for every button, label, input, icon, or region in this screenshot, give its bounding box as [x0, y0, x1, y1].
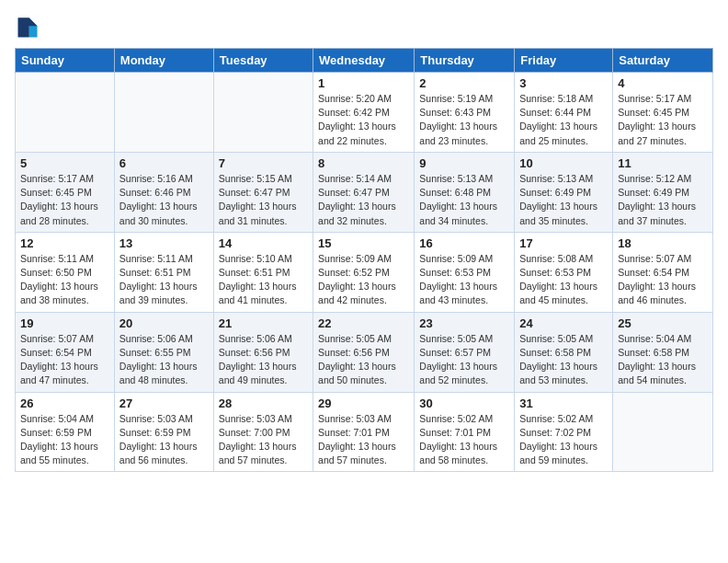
- calendar-cell: 14Sunrise: 5:10 AM Sunset: 6:51 PM Dayli…: [213, 232, 313, 312]
- calendar-cell: 27Sunrise: 5:03 AM Sunset: 6:59 PM Dayli…: [114, 392, 213, 472]
- day-number: 25: [618, 316, 708, 330]
- calendar-cell: 26Sunrise: 5:04 AM Sunset: 6:59 PM Dayli…: [16, 392, 115, 472]
- day-number: 12: [20, 236, 109, 250]
- header: [15, 15, 713, 40]
- calendar-cell: [16, 73, 115, 153]
- day-number: 1: [318, 76, 409, 90]
- calendar-cell: 1Sunrise: 5:20 AM Sunset: 6:42 PM Daylig…: [313, 73, 415, 153]
- day-info: Sunrise: 5:11 AM Sunset: 6:51 PM Dayligh…: [119, 252, 209, 308]
- calendar-header-monday: Monday: [114, 49, 213, 73]
- day-info: Sunrise: 5:16 AM Sunset: 6:46 PM Dayligh…: [119, 172, 209, 228]
- day-number: 16: [419, 236, 509, 250]
- day-number: 9: [419, 156, 509, 170]
- day-number: 27: [119, 396, 209, 410]
- calendar-header-row: SundayMondayTuesdayWednesdayThursdayFrid…: [16, 49, 713, 73]
- calendar-header-tuesday: Tuesday: [213, 49, 313, 73]
- day-info: Sunrise: 5:03 AM Sunset: 6:59 PM Dayligh…: [119, 412, 209, 468]
- day-number: 18: [618, 236, 708, 250]
- calendar-cell: 24Sunrise: 5:05 AM Sunset: 6:58 PM Dayli…: [515, 312, 613, 392]
- day-info: Sunrise: 5:17 AM Sunset: 6:45 PM Dayligh…: [618, 92, 708, 148]
- day-number: 21: [219, 316, 308, 330]
- day-info: Sunrise: 5:08 AM Sunset: 6:53 PM Dayligh…: [519, 252, 608, 308]
- day-number: 5: [20, 156, 109, 170]
- calendar-cell: 31Sunrise: 5:02 AM Sunset: 7:02 PM Dayli…: [515, 392, 613, 472]
- day-info: Sunrise: 5:15 AM Sunset: 6:47 PM Dayligh…: [219, 172, 308, 228]
- day-info: Sunrise: 5:13 AM Sunset: 6:48 PM Dayligh…: [419, 172, 509, 228]
- calendar-cell: 29Sunrise: 5:03 AM Sunset: 7:01 PM Dayli…: [313, 392, 415, 472]
- calendar-header-wednesday: Wednesday: [313, 49, 415, 73]
- calendar-header-friday: Friday: [515, 49, 613, 73]
- calendar-cell: 15Sunrise: 5:09 AM Sunset: 6:52 PM Dayli…: [313, 232, 415, 312]
- day-number: 15: [318, 236, 409, 250]
- day-number: 3: [519, 76, 608, 90]
- day-info: Sunrise: 5:09 AM Sunset: 6:52 PM Dayligh…: [318, 252, 409, 308]
- logo-icon: [15, 15, 40, 40]
- day-info: Sunrise: 5:18 AM Sunset: 6:44 PM Dayligh…: [519, 92, 608, 148]
- calendar-cell: 19Sunrise: 5:07 AM Sunset: 6:54 PM Dayli…: [16, 312, 115, 392]
- day-info: Sunrise: 5:02 AM Sunset: 7:02 PM Dayligh…: [519, 412, 608, 468]
- calendar-cell: 16Sunrise: 5:09 AM Sunset: 6:53 PM Dayli…: [415, 232, 515, 312]
- calendar-cell: 9Sunrise: 5:13 AM Sunset: 6:48 PM Daylig…: [415, 152, 515, 232]
- day-number: 30: [419, 396, 509, 410]
- day-info: Sunrise: 5:06 AM Sunset: 6:56 PM Dayligh…: [219, 332, 308, 388]
- calendar-header-saturday: Saturday: [613, 49, 713, 73]
- day-number: 19: [20, 316, 109, 330]
- calendar-week-4: 26Sunrise: 5:04 AM Sunset: 6:59 PM Dayli…: [16, 392, 713, 472]
- day-number: 31: [519, 396, 608, 410]
- calendar-cell: 23Sunrise: 5:05 AM Sunset: 6:57 PM Dayli…: [415, 312, 515, 392]
- day-number: 7: [219, 156, 308, 170]
- calendar-cell: 17Sunrise: 5:08 AM Sunset: 6:53 PM Dayli…: [515, 232, 613, 312]
- calendar-cell: [213, 73, 313, 153]
- day-info: Sunrise: 5:02 AM Sunset: 7:01 PM Dayligh…: [419, 412, 509, 468]
- calendar-table: SundayMondayTuesdayWednesdayThursdayFrid…: [15, 48, 713, 472]
- day-number: 6: [119, 156, 209, 170]
- day-number: 11: [618, 156, 708, 170]
- day-number: 8: [318, 156, 409, 170]
- day-number: 13: [119, 236, 209, 250]
- day-number: 24: [519, 316, 608, 330]
- day-info: Sunrise: 5:11 AM Sunset: 6:50 PM Dayligh…: [20, 252, 109, 308]
- day-info: Sunrise: 5:03 AM Sunset: 7:01 PM Dayligh…: [318, 412, 409, 468]
- calendar-cell: 28Sunrise: 5:03 AM Sunset: 7:00 PM Dayli…: [213, 392, 313, 472]
- day-info: Sunrise: 5:05 AM Sunset: 6:56 PM Dayligh…: [318, 332, 409, 388]
- calendar-cell: 21Sunrise: 5:06 AM Sunset: 6:56 PM Dayli…: [213, 312, 313, 392]
- calendar-cell: 18Sunrise: 5:07 AM Sunset: 6:54 PM Dayli…: [613, 232, 713, 312]
- day-number: 2: [419, 76, 509, 90]
- calendar-cell: 20Sunrise: 5:06 AM Sunset: 6:55 PM Dayli…: [114, 312, 213, 392]
- calendar-cell: 6Sunrise: 5:16 AM Sunset: 6:46 PM Daylig…: [114, 152, 213, 232]
- day-info: Sunrise: 5:07 AM Sunset: 6:54 PM Dayligh…: [618, 252, 708, 308]
- day-number: 28: [219, 396, 308, 410]
- day-info: Sunrise: 5:19 AM Sunset: 6:43 PM Dayligh…: [419, 92, 509, 148]
- day-info: Sunrise: 5:04 AM Sunset: 6:59 PM Dayligh…: [20, 412, 109, 468]
- calendar-header-thursday: Thursday: [415, 49, 515, 73]
- day-info: Sunrise: 5:06 AM Sunset: 6:55 PM Dayligh…: [119, 332, 209, 388]
- day-info: Sunrise: 5:20 AM Sunset: 6:42 PM Dayligh…: [318, 92, 409, 148]
- calendar-cell: 2Sunrise: 5:19 AM Sunset: 6:43 PM Daylig…: [415, 73, 515, 153]
- calendar-cell: 13Sunrise: 5:11 AM Sunset: 6:51 PM Dayli…: [114, 232, 213, 312]
- calendar-week-0: 1Sunrise: 5:20 AM Sunset: 6:42 PM Daylig…: [16, 73, 713, 153]
- calendar-cell: 25Sunrise: 5:04 AM Sunset: 6:58 PM Dayli…: [613, 312, 713, 392]
- calendar-cell: 4Sunrise: 5:17 AM Sunset: 6:45 PM Daylig…: [613, 73, 713, 153]
- calendar-cell: 7Sunrise: 5:15 AM Sunset: 6:47 PM Daylig…: [213, 152, 313, 232]
- calendar-cell: 8Sunrise: 5:14 AM Sunset: 6:47 PM Daylig…: [313, 152, 415, 232]
- calendar-cell: 10Sunrise: 5:13 AM Sunset: 6:49 PM Dayli…: [515, 152, 613, 232]
- calendar-cell: [114, 73, 213, 153]
- svg-rect-2: [18, 18, 29, 38]
- logo: [15, 15, 42, 40]
- day-number: 17: [519, 236, 608, 250]
- day-number: 22: [318, 316, 409, 330]
- calendar-week-2: 12Sunrise: 5:11 AM Sunset: 6:50 PM Dayli…: [16, 232, 713, 312]
- calendar-cell: 30Sunrise: 5:02 AM Sunset: 7:01 PM Dayli…: [415, 392, 515, 472]
- calendar-cell: 11Sunrise: 5:12 AM Sunset: 6:49 PM Dayli…: [613, 152, 713, 232]
- day-number: 26: [20, 396, 109, 410]
- day-info: Sunrise: 5:09 AM Sunset: 6:53 PM Dayligh…: [419, 252, 509, 308]
- day-info: Sunrise: 5:05 AM Sunset: 6:58 PM Dayligh…: [519, 332, 608, 388]
- calendar-cell: 3Sunrise: 5:18 AM Sunset: 6:44 PM Daylig…: [515, 73, 613, 153]
- day-info: Sunrise: 5:17 AM Sunset: 6:45 PM Dayligh…: [20, 172, 109, 228]
- day-number: 20: [119, 316, 209, 330]
- calendar-cell: [613, 392, 713, 472]
- day-info: Sunrise: 5:05 AM Sunset: 6:57 PM Dayligh…: [419, 332, 509, 388]
- day-info: Sunrise: 5:03 AM Sunset: 7:00 PM Dayligh…: [219, 412, 308, 468]
- day-number: 29: [318, 396, 409, 410]
- day-info: Sunrise: 5:07 AM Sunset: 6:54 PM Dayligh…: [20, 332, 109, 388]
